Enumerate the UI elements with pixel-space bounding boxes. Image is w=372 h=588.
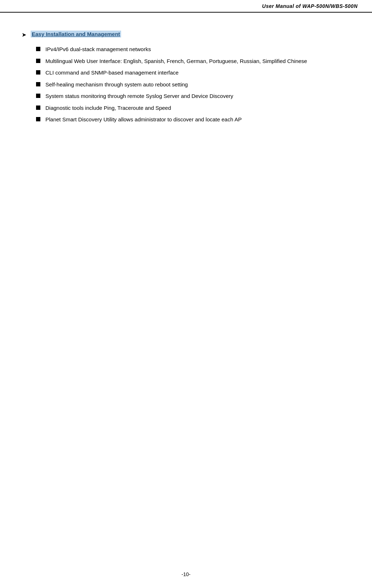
page-header: User Manual of WAP-500N/WBS-500N: [0, 0, 372, 13]
list-item: System status monitoring through remote …: [36, 92, 343, 100]
bullet-square-icon: [36, 106, 40, 110]
list-item: Diagnostic tools include Ping, Tracerout…: [36, 104, 343, 112]
bullet-square-icon: [36, 117, 40, 121]
page-content: ➤ Easy Installation and Management IPv4/…: [0, 23, 372, 149]
bullet-text-0: IPv4/IPv6 dual-stack management networks: [45, 45, 151, 54]
header-title: User Manual of WAP-500N/WBS-500N: [262, 3, 358, 9]
list-item: Self-healing mechanism through system au…: [36, 81, 343, 89]
bullet-square-icon: [36, 59, 40, 63]
bullet-square-icon: [36, 82, 40, 86]
page-footer: -10-: [0, 571, 372, 577]
bullet-text-5: Diagnostic tools include Ping, Tracerout…: [45, 104, 171, 112]
bullet-square-icon: [36, 70, 40, 75]
page-number: -10-: [182, 571, 191, 577]
list-item: Planet Smart Discovery Utility allows ad…: [36, 116, 343, 124]
bullet-square-icon: [36, 47, 40, 51]
bullet-text-2: CLI command and SNMP-based management in…: [45, 69, 178, 77]
page-container: User Manual of WAP-500N/WBS-500N ➤ Easy …: [0, 0, 372, 588]
list-item: Multilingual Web User Interface: English…: [36, 57, 343, 66]
section-arrow-icon: ➤: [22, 31, 26, 38]
bullet-text-3: Self-healing mechanism through system au…: [45, 81, 188, 89]
bullet-square-icon: [36, 94, 40, 98]
bullet-text-4: System status monitoring through remote …: [45, 92, 233, 100]
feature-list: IPv4/IPv6 dual-stack management networks…: [36, 45, 343, 124]
list-item: CLI command and SNMP-based management in…: [36, 69, 343, 77]
bullet-text-1: Multilingual Web User Interface: English…: [45, 57, 307, 66]
bullet-text-6: Planet Smart Discovery Utility allows ad…: [45, 116, 242, 124]
section-heading: Easy Installation and Management: [31, 31, 121, 37]
list-item: IPv4/IPv6 dual-stack management networks: [36, 45, 343, 54]
section-easy-install: ➤ Easy Installation and Management: [22, 31, 343, 38]
